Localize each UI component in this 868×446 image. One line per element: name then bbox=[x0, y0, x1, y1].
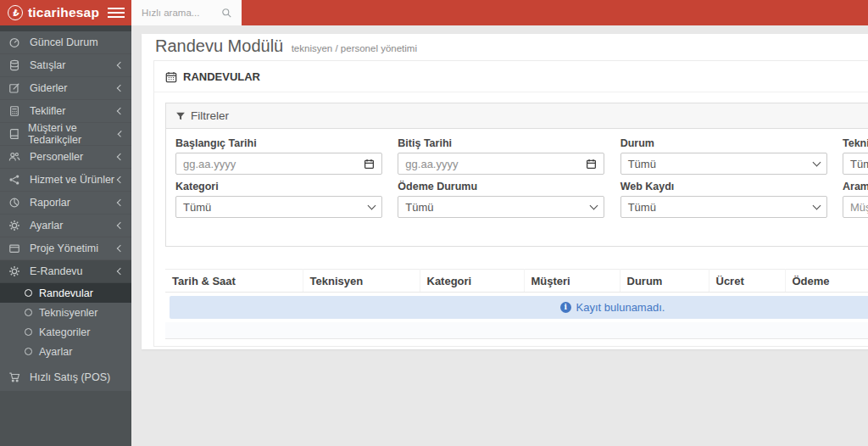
kategori-select[interactable]: Tümü bbox=[175, 196, 382, 218]
field-label: Web Kaydı bbox=[620, 181, 827, 192]
field-arama: Arama bbox=[843, 181, 868, 218]
gear-icon bbox=[8, 265, 22, 278]
empty-state-row: i Kayıt bulunamadı. bbox=[165, 293, 868, 322]
calendar-picker-icon[interactable] bbox=[586, 159, 597, 170]
field-label: Ödeme Durumu bbox=[398, 181, 604, 192]
sidebar-item-label: Hızlı Satış (POS) bbox=[30, 371, 110, 383]
top-navbar: ₺ ticarihesap bbox=[0, 0, 868, 25]
sidebar-item-label: Giderler bbox=[30, 82, 67, 94]
submenu-item-label: Teknisyenler bbox=[39, 307, 97, 319]
arama-input[interactable] bbox=[850, 197, 868, 217]
quick-search-input[interactable] bbox=[131, 8, 221, 18]
sidebar-item-label: Proje Yönetimi bbox=[30, 243, 98, 254]
sidebar-item-personeller[interactable]: Personeller bbox=[0, 146, 131, 169]
field-teknisyen: Teknisyen Tümü bbox=[843, 137, 868, 175]
sidebar-item-musteri-tedarikciler[interactable]: Müşteri ve Tedarikçiler bbox=[0, 123, 131, 146]
chevron-left-icon bbox=[117, 85, 124, 92]
durum-select[interactable]: Tümü bbox=[620, 153, 827, 175]
chevron-left-icon bbox=[117, 176, 124, 183]
table-header-row: Tarih & Saat Teknisyen Kategori Müşteri … bbox=[165, 270, 868, 293]
submenu-item-randevular[interactable]: Randevular bbox=[0, 283, 131, 303]
col-ucret[interactable]: Ücret bbox=[709, 270, 785, 293]
col-odeme[interactable]: Ödeme bbox=[785, 270, 868, 293]
sidebar-item-ayarlar[interactable]: Ayarlar bbox=[0, 215, 131, 237]
chevron-left-icon bbox=[117, 62, 124, 69]
sidebar-item-guncel-durum[interactable]: Güncel Durum bbox=[0, 31, 131, 54]
database-icon bbox=[8, 59, 22, 72]
field-label: Durum bbox=[620, 137, 827, 149]
web-kaydi-select[interactable]: Tümü bbox=[620, 196, 827, 218]
calendar-icon bbox=[165, 71, 177, 83]
sidebar-item-hizmet-urunler[interactable]: Hizmet ve Ürünler bbox=[0, 169, 131, 192]
sidebar-item-teklifler[interactable]: Teklifler bbox=[0, 100, 131, 123]
randevular-card: RANDEVULAR Filtreler Başlangıç Tarihi bbox=[153, 60, 868, 347]
field-baslangic-tarihi: Başlangıç Tarihi bbox=[175, 137, 382, 175]
appointments-table: Tarih & Saat Teknisyen Kategori Müşteri … bbox=[165, 269, 868, 339]
page-subtitle: teknisyen / personel yönetimi bbox=[292, 43, 417, 53]
chevron-down-icon bbox=[368, 201, 376, 209]
chevron-left-icon bbox=[117, 268, 124, 275]
select-value: Tümü bbox=[183, 201, 369, 214]
table-footer-strip bbox=[165, 322, 868, 339]
start-date-input[interactable] bbox=[183, 153, 364, 174]
odeme-durumu-select[interactable]: Tümü bbox=[398, 196, 604, 218]
search-icon[interactable] bbox=[221, 8, 242, 19]
col-durum[interactable]: Durum bbox=[620, 270, 709, 293]
brand-logo-icon: ₺ bbox=[8, 5, 23, 20]
sidebar-item-satislar[interactable]: Satışlar bbox=[0, 54, 131, 77]
sidebar-footer-area bbox=[0, 391, 131, 446]
sidebar-item-giderler[interactable]: Giderler bbox=[0, 77, 131, 100]
submenu-item-teknisyenler[interactable]: Teknisyenler bbox=[0, 303, 131, 322]
sidebar-item-label: Personeller bbox=[30, 151, 83, 163]
filters-title: Filtreler bbox=[191, 109, 229, 122]
e-randevu-submenu: Randevular Teknisyenler Kategoriler Ayar… bbox=[0, 283, 131, 361]
book-icon bbox=[8, 128, 20, 141]
no-records-alert: i Kayıt bulunamadı. bbox=[170, 296, 868, 319]
sidebar-item-raporlar[interactable]: Raporlar bbox=[0, 192, 131, 215]
field-label: Bitiş Tarihi bbox=[398, 137, 604, 149]
info-icon: i bbox=[560, 302, 571, 313]
sidebar-item-label: Müşteri ve Tedarikçiler bbox=[28, 122, 119, 146]
col-teknisyen[interactable]: Teknisyen bbox=[303, 270, 420, 293]
arama-input-wrap bbox=[843, 196, 868, 218]
calculator-icon bbox=[8, 105, 22, 118]
submenu-item-label: Randevular bbox=[39, 287, 93, 299]
pie-chart-icon bbox=[8, 197, 22, 209]
brand-logo[interactable]: ₺ ticarihesap bbox=[0, 0, 100, 25]
col-kategori[interactable]: Kategori bbox=[420, 270, 524, 293]
main-content-area: Randevu Modülü teknisyen / personel yöne… bbox=[131, 25, 868, 446]
start-date-input-wrap bbox=[175, 153, 382, 175]
filter-row-2: Kategori Tümü Ödeme Durumu Tümü bbox=[175, 181, 868, 218]
calendar-picker-icon[interactable] bbox=[364, 159, 375, 170]
field-kategori: Kategori Tümü bbox=[175, 181, 382, 218]
sidebar-item-proje-yonetimi[interactable]: Proje Yönetimi bbox=[0, 237, 131, 260]
empty-message: Kayıt bulunamadı. bbox=[576, 301, 665, 314]
field-label: Başlangıç Tarihi bbox=[175, 137, 382, 149]
users-icon bbox=[8, 151, 22, 164]
page-header: Randevu Modülü teknisyen / personel yöne… bbox=[142, 34, 868, 60]
col-tarih-saat[interactable]: Tarih & Saat bbox=[165, 270, 303, 293]
content-wrapper: Randevu Modülü teknisyen / personel yöne… bbox=[142, 34, 868, 349]
chevron-down-icon bbox=[590, 201, 598, 209]
sidebar-toggle-button[interactable] bbox=[100, 0, 131, 25]
col-musteri[interactable]: Müşteri bbox=[524, 270, 620, 293]
quick-search bbox=[131, 0, 242, 25]
filter-row-1: Başlangıç Tarihi Bitiş Tarihi bbox=[175, 137, 868, 175]
funnel-icon bbox=[175, 111, 186, 121]
end-date-input[interactable] bbox=[405, 153, 586, 174]
share-nodes-icon bbox=[8, 174, 22, 187]
chevron-left-icon bbox=[117, 108, 124, 114]
submenu-item-ayarlar[interactable]: Ayarlar bbox=[0, 342, 131, 361]
submenu-item-label: Ayarlar bbox=[39, 346, 72, 358]
field-odeme-durumu: Ödeme Durumu Tümü bbox=[398, 181, 604, 218]
field-web-kaydi: Web Kaydı Tümü bbox=[620, 181, 827, 218]
sidebar-item-e-randevu[interactable]: E-Randevu bbox=[0, 260, 131, 283]
submenu-item-kategoriler[interactable]: Kategoriler bbox=[0, 322, 131, 342]
cart-icon bbox=[8, 371, 22, 384]
field-label: Kategori bbox=[175, 181, 382, 192]
teknisyen-select[interactable]: Tümü bbox=[843, 153, 868, 175]
sidebar-item-hizli-satis-pos[interactable]: Hızlı Satış (POS) bbox=[0, 365, 131, 390]
filters-header[interactable]: Filtreler bbox=[166, 103, 868, 129]
chevron-left-icon bbox=[117, 153, 124, 160]
card-title: RANDEVULAR bbox=[183, 70, 260, 83]
